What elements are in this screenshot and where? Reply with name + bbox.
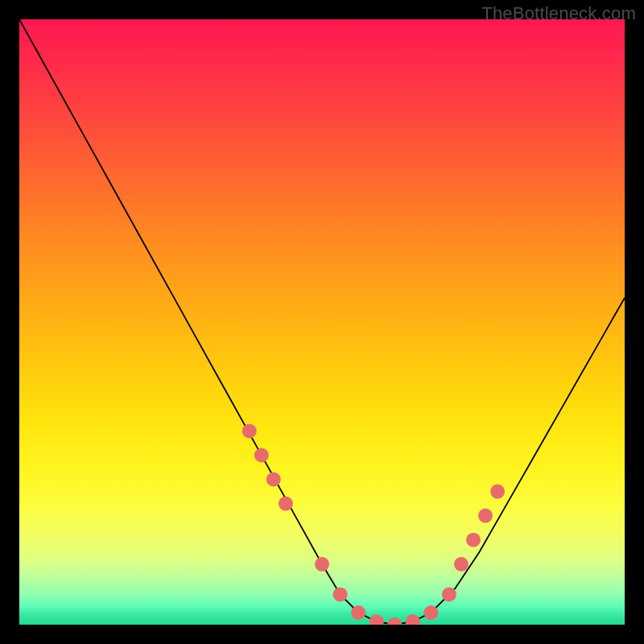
marker-dot [369,614,384,625]
marker-dot [351,605,365,620]
marker-dot [266,473,281,487]
marker-dot [254,448,269,462]
marker-dot [454,557,469,572]
marker-dot [490,485,505,499]
marker-dot [387,617,402,625]
marker-dot [315,557,329,572]
marker-dot [423,605,438,620]
marker-dot [442,587,456,601]
marker-dot [406,614,420,625]
marker-dot [333,587,348,601]
marker-dot [242,423,257,438]
watermark-text: TheBottleneck.com [481,3,636,24]
bottleneck-curve [19,19,625,625]
highlight-markers [242,423,505,625]
marker-dot [466,533,481,547]
marker-dot [279,497,293,511]
marker-dot [478,509,493,523]
chart-svg [19,19,625,625]
plot-area [19,19,625,625]
